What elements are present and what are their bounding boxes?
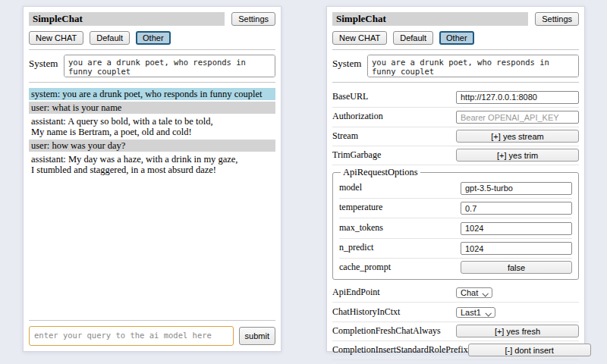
setting-row-authorization: Authorization [332, 108, 579, 128]
divider [29, 82, 275, 83]
tab-default[interactable]: Default [393, 31, 433, 45]
temperature-label: temperature [339, 202, 461, 213]
divider [29, 49, 275, 50]
setting-row-n-predict: n_predict [339, 239, 572, 259]
setting-row-cache-prompt: cache_prompt false [339, 259, 572, 277]
message-system: system: you are a drunk poet, who respon… [29, 88, 275, 100]
setting-row-api-endpoint: ApiEndPoint Chat [332, 283, 579, 303]
app-title: SimpleChat [29, 12, 225, 26]
cache-prompt-label: cache_prompt [339, 262, 461, 273]
completion-insert-label: CompletionInsertStandardRolePrefix [332, 344, 468, 356]
max-tokens-input[interactable] [461, 222, 572, 235]
setting-row-completion-fresh: CompletionFreshChatAlways [+] yes fresh [332, 322, 579, 341]
divider [332, 49, 579, 50]
chat-log: system: you are a drunk poet, who respon… [29, 88, 275, 177]
api-request-options-fieldset: ApiRequestOptions model temperature max_… [332, 167, 579, 280]
tab-other[interactable]: Other [136, 31, 171, 45]
baseurl-label: BaseURL [332, 91, 456, 102]
system-prompt-row: System you are a drunk poet, who respond… [332, 55, 579, 77]
setting-row-model: model [339, 178, 572, 199]
chevron-down-icon [483, 290, 489, 297]
model-label: model [339, 182, 461, 193]
stream-toggle-button[interactable]: [+] yes stream [456, 130, 579, 143]
model-input[interactable] [461, 182, 572, 195]
message-user: user: what is your name [29, 102, 275, 114]
query-input[interactable] [29, 326, 234, 346]
n-predict-label: n_predict [339, 242, 461, 253]
api-endpoint-select[interactable]: Chat [456, 287, 492, 298]
chat-tabs: New CHAT Default Other [29, 31, 275, 45]
message-assistant: assistant: A query so bold, with a tale … [29, 115, 275, 138]
tab-default[interactable]: Default [90, 31, 130, 45]
desktop: SimpleChat Settings New CHAT Default Oth… [0, 0, 607, 364]
chevron-down-icon [485, 310, 491, 316]
chat-history-selected-value: Last1 [461, 308, 481, 317]
setting-row-baseurl: BaseURL [332, 87, 579, 108]
tab-new-chat[interactable]: New CHAT [332, 31, 387, 45]
setting-row-max-tokens: max_tokens [339, 218, 572, 239]
chat-panel: SimpleChat Settings New CHAT Default Oth… [23, 6, 281, 352]
n-predict-input[interactable] [461, 242, 572, 255]
settings-panel: SimpleChat Settings New CHAT Default Oth… [326, 6, 585, 352]
api-request-options-legend: ApiRequestOptions [341, 167, 420, 178]
chat-tabs: New CHAT Default Other [332, 31, 579, 45]
divider [332, 82, 579, 83]
app-title: SimpleChat [332, 12, 528, 26]
setting-row-temperature: temperature [339, 199, 572, 219]
submit-button[interactable]: submit [239, 327, 275, 345]
settings-button[interactable]: Settings [535, 12, 579, 26]
settings-button[interactable]: Settings [231, 12, 275, 26]
baseurl-input[interactable] [456, 91, 579, 104]
system-label: System [29, 55, 59, 70]
authorization-input[interactable] [456, 111, 579, 124]
message-assistant: assistant: My day was a haze, with a dri… [29, 153, 275, 176]
stream-label: Stream [332, 130, 456, 142]
tab-new-chat[interactable]: New CHAT [29, 31, 83, 45]
cache-prompt-toggle-button[interactable]: false [461, 261, 572, 274]
titlebar-row: SimpleChat Settings [29, 12, 275, 26]
temperature-input[interactable] [461, 202, 572, 215]
setting-row-trimgarbage: TrimGarbage [+] yes trim [332, 146, 579, 165]
setting-row-chat-history: ChatHistoryInCtxt Last1 [332, 303, 579, 322]
tab-other[interactable]: Other [439, 31, 474, 45]
completion-fresh-label: CompletionFreshChatAlways [332, 325, 456, 337]
completion-fresh-toggle-button[interactable]: [+] yes fresh [456, 325, 579, 337]
max-tokens-label: max_tokens [339, 222, 461, 234]
api-endpoint-selected-value: Chat [461, 288, 478, 297]
query-bar: submit [29, 326, 275, 346]
trimgarbage-label: TrimGarbage [332, 149, 456, 161]
divider [29, 320, 275, 321]
empty-space [29, 177, 275, 315]
trimgarbage-toggle-button[interactable]: [+] yes trim [456, 149, 579, 162]
chat-history-label: ChatHistoryInCtxt [332, 306, 456, 318]
setting-row-stream: Stream [+] yes stream [332, 127, 579, 146]
system-prompt-textarea[interactable]: you are a drunk poet, who responds in fu… [367, 55, 579, 77]
system-prompt-row: System you are a drunk poet, who respond… [29, 55, 275, 77]
authorization-label: Authorization [332, 111, 456, 122]
system-prompt-textarea[interactable]: you are a drunk poet, who responds in fu… [64, 55, 275, 77]
setting-row-api-request-options: ApiRequestOptions model temperature max_… [332, 165, 579, 283]
titlebar-row: SimpleChat Settings [332, 12, 579, 26]
setting-row-completion-insert: CompletionInsertStandardRolePrefix [-] d… [332, 341, 579, 360]
message-user: user: how was your day? [29, 140, 275, 152]
completion-insert-toggle-button[interactable]: [-] dont insert [468, 344, 591, 356]
settings-list: BaseURL Authorization Stream [+] yes str… [332, 87, 579, 360]
api-endpoint-label: ApiEndPoint [332, 287, 456, 298]
chat-history-select[interactable]: Last1 [456, 307, 495, 318]
system-label: System [332, 55, 363, 70]
